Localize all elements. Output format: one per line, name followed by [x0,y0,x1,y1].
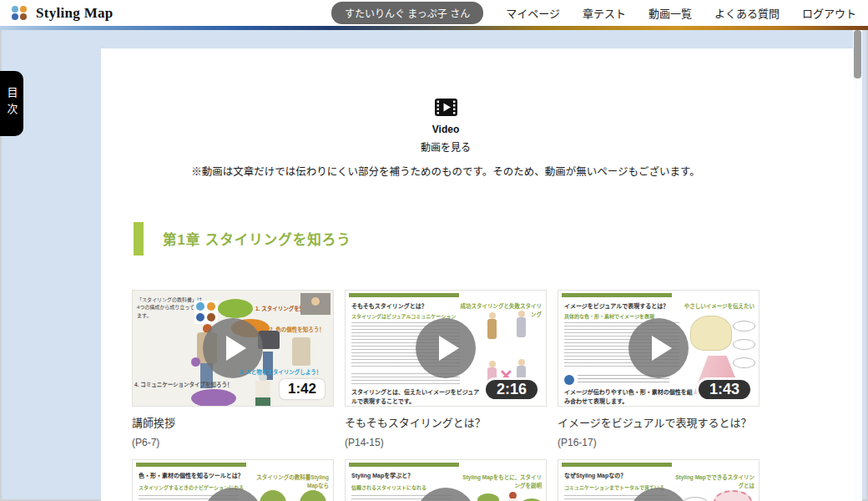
video-thumbnail[interactable]: 色・形・素材の個性を知るツールとは？ スタイリングの教科書Styling Map… [132,459,334,501]
play-icon [652,336,672,361]
video-thumbnail[interactable]: なぜStyling Mapなの？ Styling Mapでできるスタイリングとは… [558,459,760,501]
play-icon [439,336,459,361]
toc-side-tab[interactable]: 目次 [0,71,23,136]
slide-label-tag [733,357,755,368]
video-thumbnail[interactable]: 「スタイリングの教科書」は4つの構成から成り立っています。 1. スタイリングを… [132,290,334,407]
nav-video-list[interactable]: 動画一覧 [648,5,692,21]
slide-point-4: 4. コミュニケーションタイプを知ろう！ [134,380,233,388]
slide-figure-body [517,317,526,337]
logo-dot-blue-dark [12,13,18,20]
nav-faq[interactable]: よくある質問 [714,5,780,21]
slide-figure-body [487,319,497,339]
nav-mypage[interactable]: マイページ [506,5,560,21]
slide-right-heading: スタイリングの教科書Styling Mapなら [245,473,329,489]
duration-badge: 2:16 [483,377,540,402]
toc-tab-label: 目次 [4,87,20,120]
slide-green-circle [260,490,286,501]
presenter-webcam [300,293,331,315]
slide-figure-head [518,359,525,366]
slide-figure-head [489,312,496,319]
video-card[interactable]: そもそもスタイリングとは？ スタイリングはビジュアルコミュニケーション 成功スタ… [345,290,547,459]
slide-figure2-skirt [255,397,270,406]
slide-title: Styling Mapを学ぶと？ [351,471,413,479]
slide-right-heading: やさしいイメージを伝えたい [671,301,754,310]
top-header: Styling Map すたいりんぐ まっぷ子 さん マイページ 章テスト 動画… [0,0,868,26]
video-title[interactable]: イメージをビジュアルで表現するとは？ [558,414,760,430]
slide-label-tag [682,497,709,501]
video-thumbnail[interactable]: Styling Mapを学ぶと？ Styling Mapをもとに、スタイリングを… [345,459,547,501]
logo-dot-blue-light [12,6,18,13]
slide-figure-head [518,311,525,317]
video-pages: (P6-7) [132,437,334,448]
video-card[interactable]: なぜStyling Mapなの？ Styling Mapでできるスタイリングとは… [558,459,760,501]
slide-top-bar [562,463,672,467]
slide-subtitle: 具体的な色・形・素材でイメージを表現 [564,312,654,320]
slide-pink-stamp [714,490,752,501]
slide-subtitle: 信頼されるスタイリストになれる [351,483,426,491]
slide-blouse-illustration [690,316,732,351]
slide-top-bar [349,463,459,467]
slide-top-bar [349,293,459,297]
watch-video-link[interactable]: 動画を見る [132,139,760,154]
slide-figure-bag [191,357,200,367]
slide-purple-bubble [191,389,236,407]
chapter-heading-accent-bar [134,222,144,256]
slide-title: なぜStyling Mapなの？ [564,471,626,479]
slide-point-3: 3. 人と物をスタイリングしよう！ [240,367,321,376]
play-icon [226,336,246,361]
nav-chapter-test[interactable]: 章テスト [583,5,626,21]
slide-label-tag [733,339,755,350]
video-card[interactable]: 色・形・素材の個性を知るツールとは？ スタイリングの教科書Styling Map… [132,459,334,501]
slide-title: 色・形・素材の個性を知るツールとは？ [139,471,244,479]
content-panel: Video 動画を見る ※動画は文章だけでは伝わりにくい部分を補うためのものです… [101,48,853,501]
video-card[interactable]: Styling Mapを学ぶと？ Styling Mapをもとに、スタイリングを… [345,459,547,501]
play-button[interactable] [416,318,476,378]
logo-dot-brown [20,13,27,20]
brand-logo-icon [12,6,28,20]
video-card[interactable]: 「スタイリングの教科書」は4つの構成から成り立っています。 1. スタイリングを… [132,290,334,459]
scrollbar-track[interactable] [853,30,862,501]
video-grid: 「スタイリングの教科書」は4つの構成から成り立っています。 1. スタイリングを… [132,290,760,501]
chapter-heading-title: 第1章 スタイリングを知ろう [163,229,351,249]
slide-top-bar [136,463,246,467]
slide-figure-head [489,361,496,367]
video-thumbnail[interactable]: そもそもスタイリングとは？ スタイリングはビジュアルコミュニケーション 成功スタ… [345,290,547,407]
slide-bottom-text: イメージが伝わりやすい色・形・素材の個性を組み合わせて表現します。 [564,388,694,406]
slide-right-heading: Styling Mapをもとに、スタイリングを説明 [458,473,542,489]
slide-label-tag [733,321,755,331]
slide-bottom-text: スタイリングとは、伝えたいイメージをビジュアルで表現することです。 [351,388,481,406]
user-badge[interactable]: すたいりんぐ まっぷ子 さん [331,2,483,24]
brand-title: Styling Map [36,5,114,22]
slide-title: イメージをビジュアルで表現するとは？ [564,301,669,310]
video-pages: (P16-17) [558,437,760,448]
slide-coat [292,337,310,366]
chapter-heading: 第1章 スタイリングを知ろう [134,222,351,256]
video-note: ※動画は文章だけでは伝わりにくい部分を補うためのものです。そのため、動画が無いペ… [132,163,760,179]
video-title[interactable]: 講師挨拶 [132,414,334,430]
video-label: Video [132,124,760,135]
logo-dot-orange [20,6,27,13]
styling-map-app: Styling Map すたいりんぐ まっぷ子 さん マイページ 章テスト 動画… [0,0,868,501]
duration-badge: 1:43 [696,377,753,402]
slide-right-heading: 成功スタイリングと失敗スタイリング [458,301,542,318]
top-nav: すたいりんぐ まっぷ子 さん マイページ 章テスト 動画一覧 よくある質問 ログ… [331,2,856,24]
video-pages: (P14-15) [345,437,547,448]
header-accent-gradient-bar [0,26,868,30]
slide-title: そもそもスタイリングとは？ [351,301,427,310]
slide-logo-dots [194,301,218,324]
duration-badge: 1:42 [280,379,325,399]
video-thumbnail[interactable]: イメージをビジュアルで表現するとは？ 具体的な色・形・素材でイメージを表現 やさ… [558,290,760,407]
slide-top-bar [562,293,672,297]
slide-green-bubble [477,493,499,501]
play-button[interactable] [628,318,689,378]
slide-intro-text: 「スタイリングの教科書」は4つの構成から成り立っています。 [137,296,204,320]
nav-logout[interactable]: ログアウト [802,5,856,21]
scrollbar-thumb[interactable] [854,30,861,78]
slide-right-heading: Styling Mapでできるスタイリングとは [671,473,754,489]
video-card[interactable]: イメージをビジュアルで表現するとは？ 具体的な色・形・素材でイメージを表現 やさ… [558,290,760,459]
slide-note-icon [564,375,574,385]
video-intro-block: Video 動画を見る ※動画は文章だけでは伝わりにくい部分を補うためのものです… [132,99,760,179]
video-title[interactable]: そもそもスタイリングとは？ [345,414,547,430]
film-play-icon [435,99,457,119]
slide-green-circle [300,490,326,501]
